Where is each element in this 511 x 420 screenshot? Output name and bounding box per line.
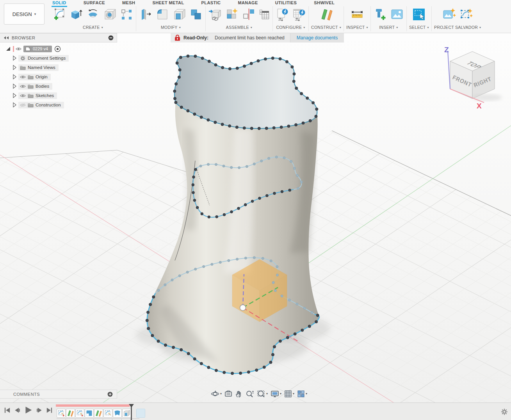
add-comment-icon[interactable] bbox=[107, 392, 113, 397]
orbit-tool[interactable]: ▾ bbox=[210, 390, 223, 398]
collapsed-arrow-icon[interactable] bbox=[12, 55, 17, 61]
modify-group-label[interactable]: MODIFY▾ bbox=[161, 25, 181, 30]
tab-utilities[interactable]: UTILITIES bbox=[274, 0, 298, 6]
ai-sketch-icon[interactable] bbox=[459, 7, 473, 21]
insert-fastener-icon[interactable] bbox=[373, 7, 387, 21]
browser-item-construction[interactable]: Construction bbox=[5, 100, 117, 110]
step-forward-button[interactable] bbox=[36, 407, 43, 414]
construct-plane-icon[interactable] bbox=[319, 7, 333, 21]
bom-table-icon[interactable] bbox=[258, 8, 270, 21]
timeline-feature-sketch[interactable] bbox=[57, 409, 66, 418]
browser-root-row[interactable]: 0229 v4 bbox=[5, 44, 117, 53]
design-workspace-menu[interactable]: DESIGN ▾ bbox=[4, 4, 45, 25]
press-pull-icon[interactable] bbox=[139, 7, 153, 21]
collapsed-arrow-icon[interactable] bbox=[12, 102, 17, 108]
hole-icon[interactable] bbox=[103, 7, 117, 21]
timeline-feature-plane[interactable] bbox=[66, 409, 75, 418]
look-at-tool[interactable] bbox=[224, 390, 233, 398]
zoom-tool[interactable] bbox=[245, 390, 255, 398]
combine-icon[interactable] bbox=[189, 7, 203, 21]
joint-icon[interactable] bbox=[242, 7, 256, 21]
shell-icon[interactable] bbox=[172, 7, 186, 21]
fillet-icon[interactable] bbox=[155, 7, 169, 21]
grid-and-snaps[interactable]: ▾ bbox=[283, 390, 295, 398]
collapsed-arrow-icon[interactable] bbox=[12, 65, 17, 70]
configure-group-label[interactable]: CONFIGURE▾ bbox=[276, 25, 305, 30]
timeline-feature-loft[interactable] bbox=[113, 409, 122, 418]
construct-group-label[interactable]: CONSTRUCT▾ bbox=[311, 25, 341, 30]
manage-documents-link[interactable]: Manage documents bbox=[290, 33, 344, 43]
pan-tool[interactable] bbox=[234, 390, 244, 398]
window-zoom-tool[interactable]: ▾ bbox=[256, 390, 269, 398]
timeline-feature-sketch[interactable] bbox=[103, 409, 112, 418]
go-to-end-button[interactable] bbox=[46, 407, 53, 414]
activate-component-icon[interactable] bbox=[54, 46, 61, 52]
assemble-group-label[interactable]: ASSEMBLE▾ bbox=[226, 25, 252, 30]
timeline-playhead[interactable] bbox=[129, 404, 134, 420]
tab-sheet-metal[interactable]: SHEET METAL bbox=[151, 0, 185, 6]
display-settings[interactable]: ▾ bbox=[270, 390, 282, 398]
group-configure: CONFIGURE▾ bbox=[273, 6, 309, 31]
create-sketch-icon[interactable] bbox=[52, 7, 66, 21]
origin-point bbox=[240, 305, 246, 311]
viewcube[interactable]: TOP FRONT RIGHT Z X bbox=[444, 46, 502, 110]
inspect-group-label[interactable]: INSPECT▾ bbox=[346, 25, 368, 30]
remove-panel-icon[interactable] bbox=[108, 35, 114, 41]
browser-item-document-settings[interactable]: Document Settings bbox=[5, 53, 117, 63]
eye-icon[interactable] bbox=[20, 84, 26, 89]
folder-icon bbox=[20, 65, 26, 70]
configuration-table-icon[interactable] bbox=[292, 7, 306, 21]
create-group-label[interactable]: CREATE▾ bbox=[83, 25, 103, 30]
eye-icon[interactable] bbox=[20, 74, 26, 80]
viewports[interactable]: ▾ bbox=[296, 390, 308, 398]
configuration-icon[interactable] bbox=[275, 7, 289, 21]
eye-hidden-icon[interactable] bbox=[20, 103, 26, 108]
select-icon[interactable] bbox=[412, 7, 426, 21]
eye-icon[interactable] bbox=[16, 46, 21, 51]
collapsed-arrow-icon[interactable] bbox=[12, 74, 17, 80]
root-component-label: 0229 v4 bbox=[33, 46, 48, 51]
root-component[interactable]: 0229 v4 bbox=[23, 46, 52, 52]
tab-plastic[interactable]: PLASTIC bbox=[201, 0, 222, 6]
viewports-icon bbox=[297, 390, 305, 398]
look-at-icon bbox=[224, 390, 232, 398]
browser-item-sketches[interactable]: Sketches bbox=[5, 91, 117, 100]
comments-panel[interactable]: COMMENTS bbox=[0, 390, 117, 399]
timeline-settings-gear-icon[interactable] bbox=[501, 408, 508, 415]
revolve-icon[interactable] bbox=[86, 7, 100, 21]
step-back-button[interactable] bbox=[14, 407, 21, 414]
tab-surface[interactable]: SURFACE bbox=[83, 0, 106, 6]
tab-manage[interactable]: MANAGE bbox=[237, 0, 258, 6]
timeline-feature-sketch[interactable] bbox=[75, 409, 84, 418]
rectangular-pattern-icon[interactable] bbox=[119, 7, 134, 21]
timeline-feature-pending[interactable] bbox=[136, 409, 145, 418]
group-assemble: ASSEMBLE▾ bbox=[206, 6, 273, 31]
select-group-label[interactable]: SELECT▾ bbox=[409, 25, 429, 30]
new-component-icon[interactable] bbox=[225, 7, 239, 21]
collapsed-arrow-icon[interactable] bbox=[12, 83, 17, 89]
eye-icon[interactable] bbox=[20, 93, 26, 98]
expanded-arrow-icon[interactable] bbox=[5, 46, 11, 51]
project-salvador-group-label[interactable]: PROJECT SALVADOR▾ bbox=[434, 25, 481, 30]
group-construct: CONSTRUCT▾ bbox=[309, 6, 344, 31]
window-zoom-icon bbox=[257, 390, 265, 398]
lock-icon bbox=[174, 35, 180, 41]
canvas-image-icon[interactable] bbox=[390, 7, 404, 21]
chevron-down-icon: ▾ bbox=[280, 392, 281, 395]
play-button[interactable] bbox=[24, 406, 32, 414]
timeline-feature-form[interactable] bbox=[85, 409, 94, 418]
insert-derive-icon[interactable] bbox=[208, 7, 222, 21]
collapse-panel-icon[interactable] bbox=[3, 36, 9, 40]
browser-item-origin[interactable]: Origin bbox=[5, 72, 117, 82]
tab-shwivel[interactable]: SHWIVEL bbox=[313, 0, 335, 6]
timeline-feature-plane[interactable] bbox=[94, 409, 103, 418]
go-to-start-button[interactable] bbox=[4, 407, 11, 414]
ai-image-icon[interactable] bbox=[442, 7, 456, 21]
browser-item-named-views[interactable]: Named Views bbox=[5, 63, 117, 72]
measure-icon[interactable] bbox=[350, 7, 364, 21]
tab-mesh[interactable]: MESH bbox=[121, 0, 136, 6]
browser-item-bodies[interactable]: Bodies bbox=[5, 82, 117, 91]
insert-group-label[interactable]: INSERT▾ bbox=[379, 25, 398, 30]
collapsed-arrow-icon[interactable] bbox=[12, 93, 17, 98]
extrude-icon[interactable] bbox=[69, 7, 83, 21]
